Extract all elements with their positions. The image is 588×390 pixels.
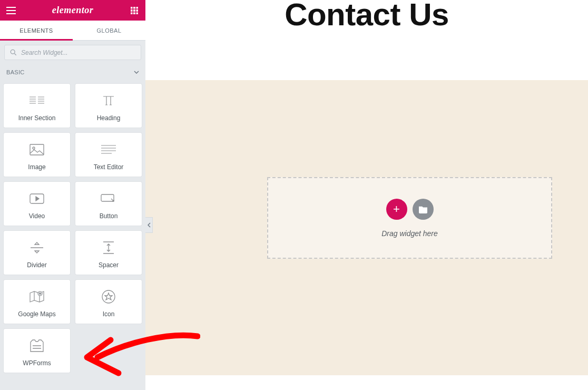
svg-rect-7 [134, 13, 135, 14]
svg-rect-3 [131, 9, 132, 11]
svg-point-11 [33, 147, 35, 149]
apps-icon[interactable] [129, 5, 140, 16]
svg-point-15 [40, 292, 41, 294]
panel-collapse-handle[interactable] [145, 217, 153, 233]
widget-video[interactable]: Video [4, 182, 70, 226]
widget-label: Heading [97, 114, 121, 122]
columns-icon [29, 90, 45, 111]
panel-header: elementor [0, 0, 145, 21]
add-section-button[interactable]: + [386, 199, 407, 220]
widget-label: Spacer [99, 261, 119, 269]
widget-text-editor[interactable]: Text Editor [75, 133, 142, 177]
folder-icon [418, 205, 428, 213]
widget-label: Google Maps [18, 310, 55, 318]
search-input[interactable] [21, 49, 135, 56]
brand-logo: elementor [52, 5, 94, 16]
form-icon [30, 335, 44, 356]
widget-label: Icon [103, 310, 115, 318]
svg-rect-0 [131, 7, 132, 8]
svg-rect-13 [101, 194, 114, 201]
tab-elements[interactable]: ELEMENTS [0, 21, 73, 40]
widget-image[interactable]: Image [4, 133, 70, 177]
tab-global[interactable]: GLOBAL [73, 21, 145, 40]
svg-rect-8 [136, 13, 138, 14]
spacer-icon [103, 237, 114, 258]
widget-label: Image [28, 163, 45, 171]
widget-spacer[interactable]: Spacer [75, 231, 142, 275]
panel-tabs: ELEMENTS GLOBAL [0, 21, 145, 41]
svg-rect-10 [30, 144, 44, 155]
plus-icon: + [393, 203, 400, 215]
star-icon [102, 286, 115, 307]
widget-label: WPForms [23, 359, 51, 367]
widget-label: Inner Section [18, 114, 56, 122]
widget-button[interactable]: Button [75, 182, 142, 226]
svg-rect-5 [136, 9, 138, 11]
widget-label: Video [29, 212, 45, 220]
button-icon [101, 188, 116, 209]
svg-rect-6 [131, 13, 132, 14]
svg-point-9 [11, 50, 15, 54]
widget-divider[interactable]: Divider [4, 231, 70, 275]
image-icon [30, 139, 44, 160]
widget-label: Button [100, 212, 118, 220]
section-canvas: + Drag widget here [145, 80, 588, 375]
video-icon [30, 188, 44, 209]
drop-area[interactable]: + Drag widget here [267, 177, 552, 259]
widget-wpforms[interactable]: WPForms [4, 329, 70, 373]
page-title: Contact Us [145, 0, 588, 33]
widget-label: Divider [27, 261, 46, 269]
svg-rect-1 [134, 7, 135, 8]
widget-icon[interactable]: Icon [75, 280, 142, 324]
widget-google-maps[interactable]: Google Maps [4, 280, 70, 324]
widgets-grid: Inner Section Heading Image Text Editor [0, 80, 145, 376]
chevron-down-icon [134, 71, 139, 74]
heading-icon [101, 90, 116, 111]
svg-rect-2 [136, 7, 138, 8]
add-template-button[interactable] [413, 199, 434, 220]
editor-preview: Contact Us + Drag widget here [145, 0, 588, 390]
widget-label: Text Editor [94, 163, 124, 171]
divider-icon [30, 237, 44, 258]
drop-hint: Drag widget here [381, 229, 438, 238]
chevron-left-icon [148, 222, 151, 228]
category-basic[interactable]: BASIC [0, 64, 145, 80]
search-widget [4, 45, 141, 60]
widget-inner-section[interactable]: Inner Section [4, 84, 70, 128]
svg-rect-4 [134, 9, 135, 11]
map-icon [30, 286, 44, 307]
elementor-panel: elementor ELEMENTS GLOBAL BASIC [0, 0, 145, 390]
text-editor-icon [101, 139, 116, 160]
widget-heading[interactable]: Heading [75, 84, 142, 128]
menu-icon[interactable] [5, 5, 17, 16]
category-label: BASIC [6, 69, 25, 75]
search-icon [10, 49, 17, 56]
drop-area-buttons: + [386, 199, 434, 220]
